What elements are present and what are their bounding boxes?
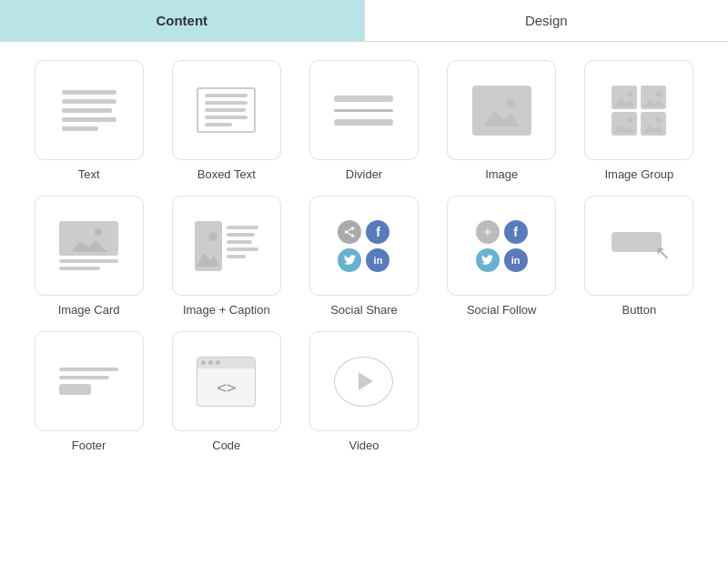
- svg-point-11: [627, 117, 632, 123]
- svg-point-2: [506, 99, 515, 108]
- divider-icon: [334, 96, 393, 126]
- block-image-caption-label: Image + Caption: [183, 303, 270, 317]
- follow-facebook-circle: f: [504, 220, 528, 244]
- block-text[interactable]: Text: [27, 60, 150, 181]
- footer-icon: [59, 368, 118, 395]
- social-follow-icon: f in: [476, 220, 528, 272]
- block-boxed-text-label: Boxed Text: [197, 167, 256, 181]
- follow-twitter-circle: [476, 248, 500, 272]
- boxed-text-icon: [197, 87, 256, 133]
- block-social-share[interactable]: f in Social Share: [302, 196, 425, 317]
- social-share-icon: f in: [338, 220, 389, 272]
- block-social-follow-label: Social Follow: [467, 303, 537, 317]
- block-button-label: Button: [622, 303, 657, 317]
- add-circle: [476, 220, 500, 244]
- block-boxed-text[interactable]: Boxed Text: [165, 60, 288, 181]
- block-code[interactable]: <> Code: [165, 331, 288, 452]
- block-image-label: Image: [485, 167, 518, 181]
- block-image-card[interactable]: Image Card: [27, 196, 150, 317]
- block-divider[interactable]: Divider: [302, 60, 425, 181]
- image-caption-icon: [195, 221, 258, 271]
- linkedin-circle: in: [366, 248, 389, 272]
- share-circle: [338, 220, 361, 244]
- image-card-icon: [59, 221, 118, 270]
- code-icon: <>: [197, 357, 256, 407]
- block-image-group[interactable]: Image Group: [578, 60, 701, 181]
- image-icon: [472, 86, 531, 136]
- button-icon: ↖: [607, 227, 671, 264]
- svg-point-14: [656, 117, 662, 123]
- block-code-label: Code: [212, 439, 240, 452]
- svg-point-17: [95, 228, 102, 236]
- twitter-circle: [338, 248, 361, 272]
- tab-content[interactable]: Content: [0, 0, 364, 41]
- block-divider-label: Divider: [346, 167, 382, 181]
- block-image[interactable]: Image: [440, 60, 563, 181]
- block-grid: Text Boxed Text: [0, 42, 728, 470]
- svg-point-5: [627, 91, 632, 96]
- block-footer-label: Footer: [72, 439, 106, 452]
- block-footer[interactable]: Footer: [27, 331, 150, 452]
- facebook-circle: f: [366, 220, 389, 244]
- block-image-caption[interactable]: Image + Caption: [165, 196, 288, 317]
- block-image-card-label: Image Card: [58, 303, 120, 317]
- block-video-label: Video: [349, 439, 379, 452]
- text-icon: [62, 90, 116, 131]
- block-button[interactable]: ↖ Button: [578, 196, 701, 317]
- block-text-label: Text: [78, 167, 100, 181]
- tab-bar: Content Design: [0, 0, 728, 42]
- video-icon: [334, 357, 393, 407]
- block-social-share-label: Social Share: [330, 303, 398, 317]
- block-social-follow[interactable]: f in Social Follow: [440, 196, 563, 317]
- block-image-group-label: Image Group: [604, 167, 673, 181]
- tab-design[interactable]: Design: [365, 0, 729, 41]
- svg-point-8: [656, 91, 662, 96]
- follow-linkedin-circle: in: [504, 248, 528, 272]
- block-video[interactable]: Video: [302, 331, 425, 452]
- image-group-icon: [612, 86, 666, 136]
- svg-point-20: [208, 232, 217, 241]
